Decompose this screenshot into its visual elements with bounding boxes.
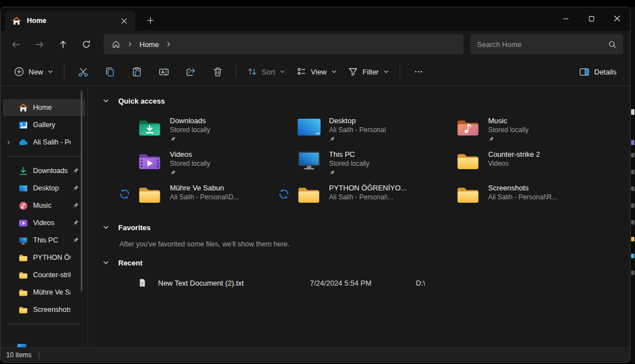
- sidebar-item-home[interactable]: Home: [3, 99, 85, 116]
- quick-access-item-counter-strike-2[interactable]: Counter-strike 2Videos: [414, 150, 573, 184]
- quick-access-item-python-reni-yo[interactable]: PYTHON ÖĞRENİYO...Ali Salih - Personal\.…: [255, 184, 414, 217]
- sidebar-divider: [7, 324, 81, 324]
- view-button[interactable]: View: [291, 62, 342, 82]
- new-button[interactable]: New: [8, 62, 59, 82]
- sidebar-item-ali-salih-perso[interactable]: Ali Salih - Perso: [3, 134, 85, 151]
- download-arrow-icon: [18, 166, 28, 176]
- recent-file-row[interactable]: New Text Document (2).txt7/24/2024 5:54 …: [88, 278, 630, 287]
- music-folder-icon: [456, 118, 480, 137]
- sort-button[interactable]: Sort: [242, 62, 291, 82]
- quick-access-item-desktop[interactable]: DesktopAli Salih - Personal: [255, 116, 414, 150]
- paste-button[interactable]: [126, 62, 148, 82]
- sidebar-item-desktop[interactable]: Desktop: [3, 180, 85, 197]
- quick-access-item-m-hre-ve-sabun[interactable]: Mühre Ve SabunAli Salih - Personal\D...: [96, 184, 255, 217]
- rename-button[interactable]: [152, 62, 175, 82]
- chevron-down-icon[interactable]: [103, 259, 109, 266]
- chevron-right-icon[interactable]: [6, 140, 11, 145]
- sidebar-item-videos[interactable]: Videos: [3, 214, 85, 231]
- sidebar-item-label: This PC: [33, 236, 58, 244]
- new-tab-button[interactable]: [142, 12, 159, 29]
- quick-access-item-music[interactable]: MusicStored locally: [414, 116, 573, 150]
- close-button[interactable]: [604, 7, 630, 30]
- item-title: Downloads: [170, 116, 210, 125]
- sidebar-item-label: PYTHON ÖĞREN: [33, 254, 71, 262]
- pin-icon: [72, 185, 79, 192]
- quick-access-item-this-pc[interactable]: This PCStored locally: [255, 150, 414, 184]
- delete-icon: [212, 67, 223, 77]
- pin-icon: [170, 170, 176, 176]
- desktop-icon: [297, 118, 321, 137]
- section-favorites-header[interactable]: Favorites: [88, 222, 630, 233]
- gallery-icon: [18, 120, 28, 130]
- section-recent-header[interactable]: Recent: [88, 257, 630, 268]
- breadcrumb[interactable]: Home: [140, 40, 159, 49]
- section-title: Quick access: [118, 97, 165, 105]
- refresh-button[interactable]: [75, 34, 98, 54]
- sidebar-divider: [7, 156, 81, 157]
- chevron-down-icon: [48, 69, 53, 74]
- more-options-button[interactable]: [407, 62, 430, 82]
- sidebar-item-screenshots[interactable]: Screenshots: [3, 301, 85, 318]
- cut-button[interactable]: [72, 62, 94, 82]
- chevron-down-icon[interactable]: [103, 224, 109, 231]
- filter-button[interactable]: Filter: [342, 62, 395, 82]
- quick-access-item-screenshots[interactable]: ScreenshotsAli Salih - Personal\R...: [414, 184, 573, 217]
- item-subtitle: Ali Salih - Personal\D...: [170, 193, 239, 202]
- tab-bar: Home: [1, 7, 630, 31]
- sidebar-item-label: Videos: [33, 219, 54, 227]
- filter-label: Filter: [363, 68, 379, 76]
- item-title: Mühre Ve Sabun: [170, 184, 239, 193]
- onedrive-icon: [18, 138, 28, 147]
- forward-button[interactable]: [27, 34, 51, 54]
- search-box: [470, 34, 623, 54]
- copy-icon: [105, 67, 115, 77]
- share-button[interactable]: [179, 62, 202, 82]
- up-button[interactable]: [51, 34, 75, 54]
- file-name: New Text Document (2).txt: [158, 279, 310, 287]
- address-bar[interactable]: Home: [104, 34, 463, 54]
- quick-access-item-downloads[interactable]: DownloadsStored locally: [96, 116, 255, 150]
- new-label: New: [29, 68, 43, 76]
- sidebar-scrollbar[interactable]: [81, 91, 82, 291]
- text-document-icon: [138, 278, 147, 287]
- chevron-down-icon[interactable]: [103, 97, 109, 104]
- pin-icon: [72, 220, 79, 226]
- sidebar: HomeGalleryAli Salih - PersoDownloadsDes…: [1, 86, 88, 347]
- sidebar-item-m-hre-ve-sabur[interactable]: Mühre Ve Sabur: [3, 284, 85, 301]
- tab-title: Home: [27, 17, 47, 25]
- sidebar-item-python-ren[interactable]: PYTHON ÖĞREN: [3, 249, 85, 266]
- sidebar-item-gallery[interactable]: Gallery: [3, 116, 85, 133]
- chevron-down-icon: [280, 69, 285, 74]
- search-icon: [608, 40, 617, 49]
- minimize-button[interactable]: [553, 7, 578, 30]
- section-title: Favorites: [118, 223, 151, 232]
- paste-icon: [132, 67, 142, 77]
- item-title: Desktop: [329, 116, 386, 125]
- search-input[interactable]: [477, 40, 608, 49]
- sidebar-item-counter-strike-2[interactable]: Counter-strike 2: [3, 267, 85, 283]
- sidebar-item-this-pc[interactable]: This PC: [3, 232, 85, 249]
- item-title: Music: [488, 116, 529, 125]
- sidebar-item-music[interactable]: Music: [3, 197, 85, 214]
- back-button[interactable]: [4, 34, 27, 54]
- section-quick-access-header[interactable]: Quick access: [88, 95, 630, 106]
- item-title: This PC: [329, 150, 369, 159]
- breadcrumb-home-icon[interactable]: [112, 40, 120, 49]
- tab-close-icon[interactable]: [117, 14, 131, 27]
- folder-icon: [456, 185, 480, 204]
- delete-button[interactable]: [206, 62, 229, 82]
- item-subtitle: Stored locally: [170, 125, 210, 134]
- copy-button[interactable]: [99, 62, 121, 82]
- background-fragment: [631, 237, 634, 241]
- tab-home[interactable]: Home: [5, 11, 135, 31]
- quick-access-item-videos[interactable]: VideosStored locally: [96, 150, 255, 184]
- item-subtitle: Ali Salih - Personal\...: [329, 193, 407, 202]
- details-pane-icon: [579, 67, 590, 77]
- sidebar-item-downloads[interactable]: Downloads: [3, 162, 85, 179]
- main-panel: Quick access DownloadsStored locallyDesk…: [88, 86, 630, 347]
- details-button[interactable]: Details: [573, 62, 622, 82]
- sidebar-item-label: Gallery: [33, 121, 55, 129]
- maximize-button[interactable]: [578, 7, 604, 30]
- chevron-right-icon[interactable]: [127, 41, 133, 47]
- chevron-right-icon[interactable]: [166, 41, 172, 47]
